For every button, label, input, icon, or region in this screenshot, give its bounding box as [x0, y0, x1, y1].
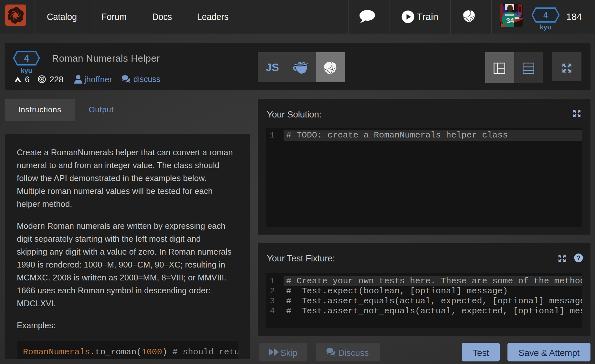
- svg-text:4: 4: [543, 11, 548, 19]
- svg-text:?: ?: [577, 254, 580, 261]
- svg-text:34: 34: [506, 16, 515, 25]
- svg-text:4: 4: [24, 53, 29, 64]
